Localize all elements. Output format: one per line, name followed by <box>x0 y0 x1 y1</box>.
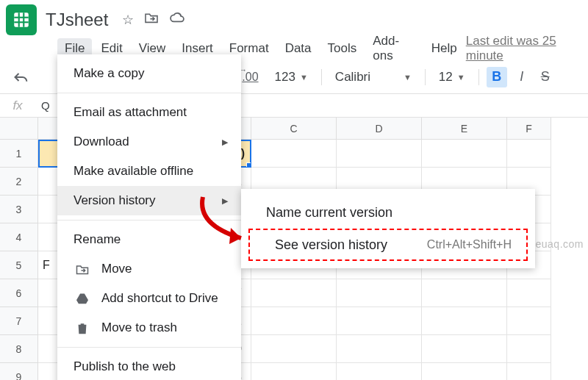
font-size-select[interactable]: 12▼ <box>433 67 471 87</box>
shortcut-label: Ctrl+Alt+Shift+H <box>427 238 512 251</box>
menu-help[interactable]: Help <box>424 38 465 59</box>
increase-decimal-button[interactable]: .00→ <box>237 67 262 87</box>
row-header[interactable]: 2 <box>0 168 38 196</box>
chevron-right-icon: ▶ <box>222 137 228 147</box>
row-header[interactable]: 4 <box>0 223 38 251</box>
column-header[interactable]: D <box>337 118 422 140</box>
cell[interactable] <box>507 363 551 380</box>
row-header[interactable]: 1 <box>0 140 38 168</box>
file-email-attachment[interactable]: Email as attachment <box>57 98 241 127</box>
name-current-version[interactable]: Name current version <box>241 196 535 229</box>
cell[interactable] <box>507 140 551 168</box>
file-version-history[interactable]: Version history▶ <box>57 186 241 215</box>
drive-shortcut-icon <box>74 293 91 304</box>
row-header[interactable]: 3 <box>0 196 38 223</box>
sheets-logo[interactable] <box>6 4 37 35</box>
cell[interactable] <box>507 279 551 307</box>
select-all-corner[interactable] <box>0 118 38 140</box>
row-header[interactable]: 9 <box>0 363 38 380</box>
file-make-copy[interactable]: Make a copy <box>57 59 241 88</box>
file-menu-dropdown: Make a copy Email as attachment Download… <box>57 54 241 380</box>
cell[interactable] <box>337 279 422 307</box>
cell[interactable] <box>337 335 422 363</box>
italic-button[interactable]: I <box>513 69 531 85</box>
trash-icon <box>74 322 91 334</box>
row-header[interactable]: 8 <box>0 335 38 363</box>
row-header[interactable]: 6 <box>0 279 38 307</box>
undo-button[interactable] <box>9 68 32 87</box>
cell[interactable] <box>251 307 337 335</box>
cell[interactable] <box>251 279 337 307</box>
file-add-shortcut[interactable]: Add shortcut to Drive <box>57 284 241 313</box>
cell[interactable] <box>507 307 551 335</box>
folder-move-icon <box>74 264 91 275</box>
file-move-trash[interactable]: Move to trash <box>57 313 241 343</box>
cell[interactable] <box>337 140 422 168</box>
menu-tools[interactable]: Tools <box>320 38 365 59</box>
file-move[interactable]: Move <box>57 254 241 284</box>
row-header[interactable]: 7 <box>0 307 38 335</box>
see-version-history[interactable]: See version historyCtrl+Alt+Shift+H <box>248 229 528 261</box>
column-header[interactable]: C <box>251 118 337 140</box>
cell[interactable] <box>251 335 337 363</box>
cell[interactable] <box>422 140 507 168</box>
cell[interactable] <box>422 363 507 380</box>
document-title[interactable]: TJsheet <box>46 10 108 30</box>
chevron-right-icon: ▶ <box>222 196 228 206</box>
cell[interactable] <box>422 279 507 307</box>
version-history-submenu: Name current version See version history… <box>241 189 535 268</box>
svg-marker-6 <box>76 293 88 304</box>
cloud-status-icon[interactable] <box>169 12 185 28</box>
column-header[interactable]: E <box>422 118 507 140</box>
move-folder-icon[interactable] <box>144 12 159 28</box>
number-format-select[interactable]: 123▼ <box>269 67 314 87</box>
last-edit-link[interactable]: Last edit was 25 minute <box>466 34 588 63</box>
file-download[interactable]: Download▶ <box>57 127 241 157</box>
cell[interactable] <box>422 335 507 363</box>
menu-data[interactable]: Data <box>278 38 319 59</box>
bold-button[interactable]: B <box>487 67 507 87</box>
font-select[interactable]: Calibri▼ <box>329 67 417 87</box>
strikethrough-button[interactable]: S <box>537 69 554 85</box>
star-icon[interactable]: ☆ <box>122 12 134 28</box>
file-make-offline[interactable]: Make available offline <box>57 157 241 186</box>
cell[interactable] <box>337 307 422 335</box>
cell[interactable] <box>251 140 337 168</box>
cell[interactable] <box>422 307 507 335</box>
cell[interactable] <box>251 363 337 380</box>
cell[interactable] <box>337 363 422 380</box>
svg-rect-0 <box>14 12 29 27</box>
row-header[interactable]: 5 <box>0 251 38 279</box>
file-publish-web[interactable]: Publish to the web <box>57 352 241 380</box>
formula-label: fx <box>0 98 35 113</box>
column-header[interactable]: F <box>507 118 551 140</box>
file-rename[interactable]: Rename <box>57 225 241 254</box>
cell[interactable] <box>507 335 551 363</box>
